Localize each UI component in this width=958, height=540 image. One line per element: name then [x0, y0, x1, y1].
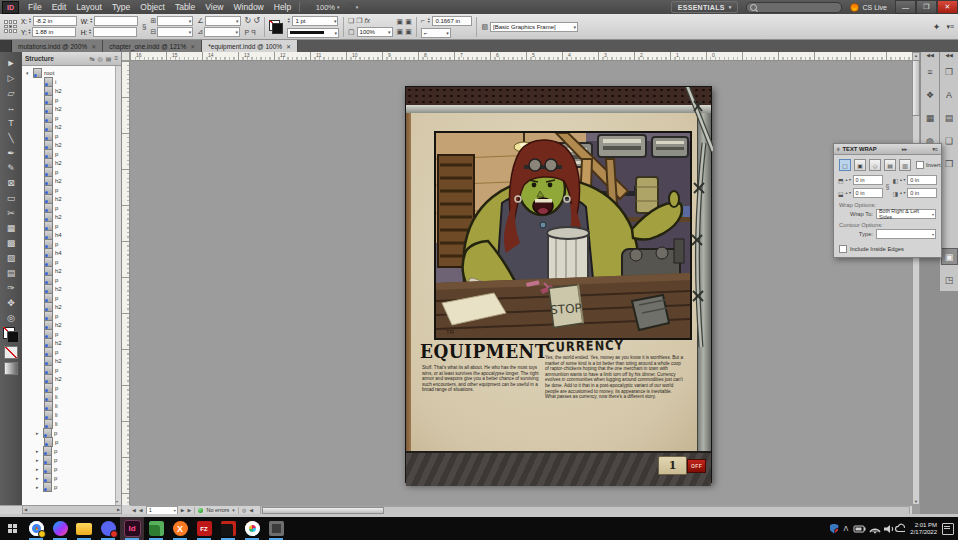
structure-hscrollbar[interactable]: ◀▶ — [22, 505, 122, 514]
structure-item[interactable]: ▸p — [22, 446, 121, 455]
menu-edit[interactable]: Edit — [47, 2, 72, 12]
corner-radius-input[interactable]: 0.1667 in — [432, 16, 472, 26]
panel-menu-icon[interactable]: ▾≡ — [933, 146, 938, 152]
workspace-switcher[interactable]: ESSENTIALS▾ — [671, 1, 739, 13]
fill-stroke-widget[interactable] — [3, 327, 19, 343]
wrap-object-shape-button[interactable]: ◇ — [869, 159, 881, 171]
reference-point-proxy[interactable] — [4, 20, 17, 33]
rotation-input[interactable] — [205, 16, 241, 26]
stepper-icon[interactable]: ▲▼ — [28, 29, 31, 35]
stepper-icon[interactable]: ▲▼ — [28, 18, 31, 24]
wrap-box-icon[interactable]: ▣ — [405, 18, 412, 26]
y-input[interactable]: 1.88 in — [32, 27, 76, 37]
close-tab-icon[interactable]: ✕ — [91, 43, 96, 50]
structure-item[interactable]: p — [22, 95, 121, 104]
structure-item[interactable]: li — [22, 410, 121, 419]
structure-item[interactable]: h2 — [22, 284, 121, 293]
structure-item[interactable]: p — [22, 293, 121, 302]
close-tab-icon[interactable]: ✕ — [190, 43, 195, 50]
preflight-menu-icon[interactable]: ◎ — [242, 507, 246, 513]
structure-item[interactable]: i — [22, 77, 121, 86]
taskbar-clock[interactable]: 2:01 PM 2/17/2022 — [910, 522, 937, 536]
layers-panel-icon[interactable]: ❐ — [941, 63, 958, 80]
prev-page-icon[interactable]: ◀ — [139, 507, 143, 513]
security-tray-icon[interactable] — [830, 524, 839, 534]
structure-item[interactable]: ▸p — [22, 455, 121, 464]
effects-icon[interactable]: ❏ — [348, 17, 354, 25]
no-text-wrap-button[interactable]: ▢ — [839, 159, 851, 171]
scrollbar-thumb[interactable] — [912, 60, 920, 116]
view-options-control[interactable]: ❒▾ — [344, 3, 363, 11]
wrap-to-select[interactable]: Both Right & Left Sides — [876, 209, 936, 219]
x-input[interactable]: -8.2 in — [33, 16, 77, 26]
structure-item[interactable]: h2 — [22, 122, 121, 131]
tool-line-tool[interactable]: ╲ — [3, 130, 19, 145]
tool-gradient-tool[interactable]: ▩ — [3, 235, 19, 250]
tool-free-transform-tool[interactable]: ▦ — [3, 220, 19, 235]
expander-icon[interactable]: ▸ — [36, 430, 41, 436]
structure-item[interactable]: h2 — [22, 212, 121, 221]
stroke-swatch[interactable] — [7, 331, 19, 343]
structure-item[interactable]: ▸p — [22, 473, 121, 482]
rotate-ccw-icon[interactable]: ↺ — [253, 16, 260, 26]
menu-window[interactable]: Window — [229, 2, 269, 12]
structure-item[interactable]: h2 — [22, 140, 121, 149]
document-page[interactable]: STOP TR EQUIPMENT CURRENCY Stuff. That's… — [405, 86, 712, 483]
structure-item[interactable]: p — [22, 347, 121, 356]
ogre-shopkeeper-illustration[interactable]: STOP TR — [434, 131, 692, 340]
paragraph-panel-icon[interactable]: ▤ — [941, 109, 958, 126]
wrap-none-icon[interactable]: ▣ — [397, 18, 404, 26]
stroke-fill-swatches[interactable] — [269, 20, 283, 34]
bottom-offset-input[interactable]: 0 in — [853, 188, 883, 198]
structure-header-icon-2[interactable]: ▤ — [106, 55, 112, 62]
document-canvas[interactable]: STOP TR EQUIPMENT CURRENCY Stuff. That's… — [130, 61, 912, 505]
structure-item[interactable]: p — [22, 275, 121, 284]
expander-icon[interactable]: ▸ — [36, 466, 41, 472]
tool-pen-tool[interactable]: ✒ — [3, 145, 19, 160]
structure-item[interactable]: h2 — [22, 302, 121, 311]
panel-stub[interactable] — [0, 40, 12, 52]
invert-checkbox[interactable] — [916, 161, 924, 169]
taskbar-dark-red-app[interactable] — [216, 517, 240, 540]
notification-center-icon[interactable] — [942, 523, 954, 535]
stepper-icon[interactable]: ▲▼ — [899, 192, 906, 195]
tool-gradient-feather-tool[interactable]: ▨ — [3, 250, 19, 265]
tool-frame-tool[interactable]: ⊠ — [3, 175, 19, 190]
shear-input[interactable] — [204, 27, 240, 37]
link-offsets-icon[interactable]: § — [885, 183, 891, 190]
corner-shape-select[interactable]: ⌐ — [421, 28, 451, 38]
stepper-icon[interactable]: ▲▼ — [287, 18, 290, 24]
include-inside-edges-checkbox[interactable] — [839, 245, 847, 253]
top-offset-input[interactable]: 0 in — [853, 175, 883, 185]
structure-item[interactable]: p — [22, 365, 121, 374]
object-style-select[interactable]: [Basic Graphics Frame] — [490, 22, 578, 32]
tree-scrollbar[interactable] — [115, 66, 121, 505]
pages-panel-icon[interactable]: ≡ — [922, 63, 939, 80]
cs-live-button[interactable]: CS Live — [850, 3, 887, 12]
search-input[interactable] — [746, 2, 842, 13]
close-tab-icon[interactable]: ✕ — [286, 43, 291, 50]
tool-gap-tool[interactable]: ↔ — [3, 100, 19, 115]
currency-paragraph[interactable]: Yes, the world ended. Yes, money as you … — [545, 355, 683, 400]
structure-item[interactable]: h2 — [22, 320, 121, 329]
doc-tab[interactable]: *equipment.indd @ 100%✕ — [202, 40, 298, 52]
quick-apply-icon[interactable]: ✦ — [933, 22, 941, 32]
structure-item[interactable]: li — [22, 401, 121, 410]
structure-item[interactable]: p — [22, 383, 121, 392]
restore-button[interactable]: ❐ — [916, 0, 937, 14]
equipment-heading[interactable]: EQUIPMENT — [420, 341, 560, 363]
tool-eyedropper-tool[interactable]: ✑ — [3, 280, 19, 295]
menu-object[interactable]: Object — [135, 2, 170, 12]
menu-help[interactable]: Help — [269, 2, 296, 12]
flip-horizontal-icon[interactable]: P — [245, 28, 250, 38]
vertical-ruler[interactable] — [122, 61, 130, 505]
structure-item[interactable]: h2 — [22, 356, 121, 365]
structure-item[interactable]: h2 — [22, 374, 121, 383]
constrain-proportions-icon[interactable]: § — [142, 22, 146, 31]
structure-item[interactable]: p — [22, 257, 121, 266]
taskbar-multicolor-app[interactable] — [240, 517, 264, 540]
taskbar-gray-app[interactable] — [264, 517, 288, 540]
structure-item[interactable]: p — [22, 437, 121, 446]
taskbar-filezilla[interactable]: FZ — [192, 517, 216, 540]
structure-item[interactable]: p — [22, 131, 121, 140]
